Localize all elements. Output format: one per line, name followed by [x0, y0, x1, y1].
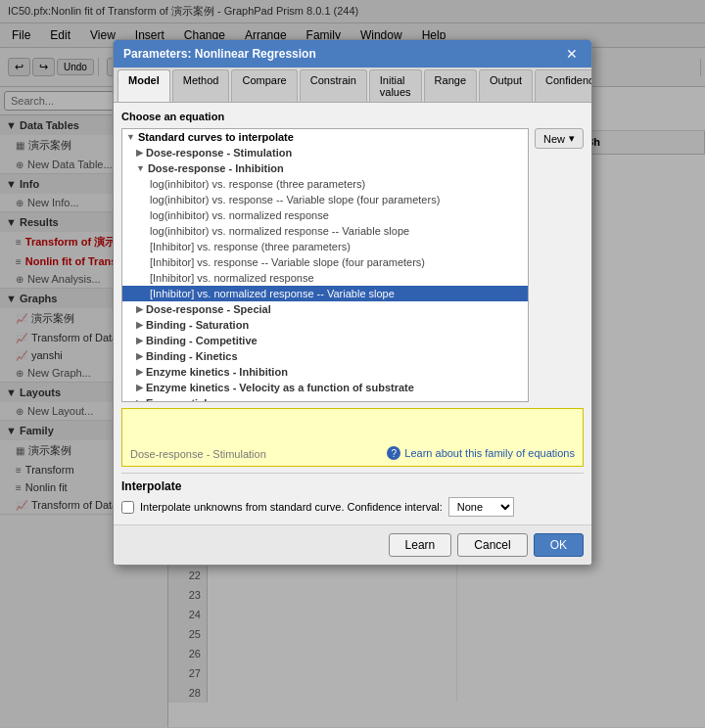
- tree-item-exponential[interactable]: ▶ Exponential: [122, 395, 528, 402]
- tree-item-dose-stimulation[interactable]: ▶ Dose-response - Stimulation: [122, 145, 528, 160]
- modal-tabs: Model Method Compare Constrain Initial v…: [114, 68, 591, 103]
- new-button-area: New ▾: [535, 128, 584, 402]
- tab-model[interactable]: Model: [118, 69, 170, 102]
- tab-confidence[interactable]: Confidence: [535, 69, 592, 102]
- tree-item-dose-inhibition[interactable]: ▼ Dose-response - Inhibition: [122, 160, 528, 176]
- tree-leaf-4-label: log(inhibitor) vs. normalized response -…: [150, 225, 409, 237]
- tree-label-dose-stim: Dose-response - Stimulation: [146, 147, 292, 159]
- modal-title-bar: Parameters: Nonlinear Regression ✕: [114, 40, 591, 68]
- learn-link[interactable]: ? Learn about this family of equations: [387, 446, 575, 460]
- expand-icon: ▼: [126, 132, 135, 142]
- interpolate-select[interactable]: None 95% CI 99% CI: [448, 497, 514, 517]
- tree-item-enzyme-inhibition[interactable]: ▶ Enzyme kinetics - Inhibition: [122, 364, 528, 380]
- modal-overlay: Parameters: Nonlinear Regression ✕ Model…: [0, 0, 705, 728]
- interpolate-row: Interpolate unknowns from standard curve…: [121, 497, 584, 517]
- modal-nonlinear-regression: Parameters: Nonlinear Regression ✕ Model…: [113, 39, 592, 566]
- expand-icon-exp: ▶: [136, 398, 143, 402]
- tree-leaf-7[interactable]: [Inhibitor] vs. normalized response: [122, 270, 528, 286]
- tree-label-bind-comp: Binding - Competitive: [146, 335, 258, 346]
- tree-label-exp: Exponential: [146, 397, 207, 402]
- info-box: Dose-response - Stimulation ? Learn abou…: [121, 408, 584, 467]
- tree-item-binding-kinetics[interactable]: ▶ Binding - Kinetics: [122, 348, 528, 364]
- tree-leaf-6-label: [Inhibitor] vs. response -- Variable slo…: [150, 256, 425, 268]
- learn-button[interactable]: Learn: [389, 533, 452, 557]
- expand-icon-enz-vel: ▶: [136, 383, 143, 392]
- tree-label-enz-vel: Enzyme kinetics - Velocity as a function…: [146, 382, 414, 393]
- tree-leaf-2[interactable]: log(inhibitor) vs. response -- Variable …: [122, 192, 528, 207]
- modal-body: Choose an equation ▼ Standard curves to …: [114, 103, 591, 524]
- tree-label-bind-sat: Binding - Saturation: [146, 319, 249, 331]
- tab-initial-values[interactable]: Initial values: [369, 69, 422, 102]
- tree-label-dose-inhib: Dose-response - Inhibition: [148, 162, 284, 174]
- expand-icon-enz-inhib: ▶: [136, 367, 143, 377]
- tree-leaf-7-label: [Inhibitor] vs. normalized response: [150, 272, 314, 284]
- tree-leaf-1-label: log(inhibitor) vs. response (three param…: [150, 178, 365, 190]
- tree-leaf-3[interactable]: log(inhibitor) vs. normalized response: [122, 207, 528, 223]
- interpolate-checkbox-label: Interpolate unknowns from standard curve…: [140, 501, 443, 513]
- choose-equation-label: Choose an equation: [121, 111, 584, 122]
- tree-item-binding-competitive[interactable]: ▶ Binding - Competitive: [122, 333, 528, 348]
- tree-label-dose-special: Dose-response - Special: [146, 303, 271, 315]
- modal-title: Parameters: Nonlinear Regression: [123, 47, 316, 61]
- interpolate-label: Interpolate: [121, 479, 584, 493]
- modal-footer: Learn Cancel OK: [114, 524, 591, 565]
- equation-tree[interactable]: ▼ Standard curves to interpolate ▶ Dose-…: [121, 128, 529, 402]
- new-dropdown-icon: ▾: [569, 132, 575, 145]
- modal-close-button[interactable]: ✕: [562, 46, 582, 62]
- tree-leaf-1[interactable]: log(inhibitor) vs. response (three param…: [122, 176, 528, 192]
- new-equation-button[interactable]: New ▾: [535, 128, 584, 149]
- expand-icon-bind-kin: ▶: [136, 351, 143, 361]
- info-box-label: Dose-response - Stimulation: [130, 448, 266, 460]
- tree-label-enz-inhib: Enzyme kinetics - Inhibition: [146, 366, 288, 378]
- expand-icon-dose-stim: ▶: [136, 148, 143, 158]
- ok-button[interactable]: OK: [534, 533, 584, 557]
- tree-item-dose-special[interactable]: ▶ Dose-response - Special: [122, 301, 528, 317]
- tree-leaf-8[interactable]: [Inhibitor] vs. normalized response -- V…: [122, 286, 528, 301]
- tree-label-bind-kin: Binding - Kinetics: [146, 350, 238, 362]
- learn-link-text: Learn about this family of equations: [404, 447, 575, 459]
- tree-item-binding-saturation[interactable]: ▶ Binding - Saturation: [122, 317, 528, 333]
- interpolate-section: Interpolate Interpolate unknowns from st…: [121, 473, 584, 517]
- tab-range[interactable]: Range: [424, 69, 477, 102]
- interpolate-checkbox[interactable]: [121, 501, 134, 514]
- tree-item-standard-curves[interactable]: ▼ Standard curves to interpolate: [122, 129, 528, 145]
- tab-compare[interactable]: Compare: [231, 69, 297, 102]
- expand-icon-bind-comp: ▶: [136, 336, 143, 345]
- expand-icon-dose-inhib: ▼: [136, 163, 145, 173]
- cancel-button[interactable]: Cancel: [457, 533, 527, 557]
- tree-leaf-3-label: log(inhibitor) vs. normalized response: [150, 209, 329, 221]
- tree-leaf-8-label: [Inhibitor] vs. normalized response -- V…: [150, 288, 395, 299]
- tree-leaf-5[interactable]: [Inhibitor] vs. response (three paramete…: [122, 239, 528, 254]
- tab-output[interactable]: Output: [479, 69, 533, 102]
- tree-leaf-2-label: log(inhibitor) vs. response -- Variable …: [150, 194, 440, 205]
- tree-leaf-6[interactable]: [Inhibitor] vs. response -- Variable slo…: [122, 254, 528, 270]
- tree-leaf-4[interactable]: log(inhibitor) vs. normalized response -…: [122, 223, 528, 239]
- new-label: New: [543, 133, 565, 145]
- tree-label-standard: Standard curves to interpolate: [138, 131, 294, 143]
- info-icon: ?: [387, 446, 400, 460]
- tree-item-enzyme-velocity[interactable]: ▶ Enzyme kinetics - Velocity as a functi…: [122, 380, 528, 395]
- tree-leaf-5-label: [Inhibitor] vs. response (three paramete…: [150, 241, 351, 252]
- equation-list-area: ▼ Standard curves to interpolate ▶ Dose-…: [121, 128, 584, 402]
- expand-icon-bind-sat: ▶: [136, 320, 143, 330]
- expand-icon-dose-special: ▶: [136, 304, 143, 314]
- tab-constrain[interactable]: Constrain: [300, 69, 367, 102]
- tab-method[interactable]: Method: [172, 69, 230, 102]
